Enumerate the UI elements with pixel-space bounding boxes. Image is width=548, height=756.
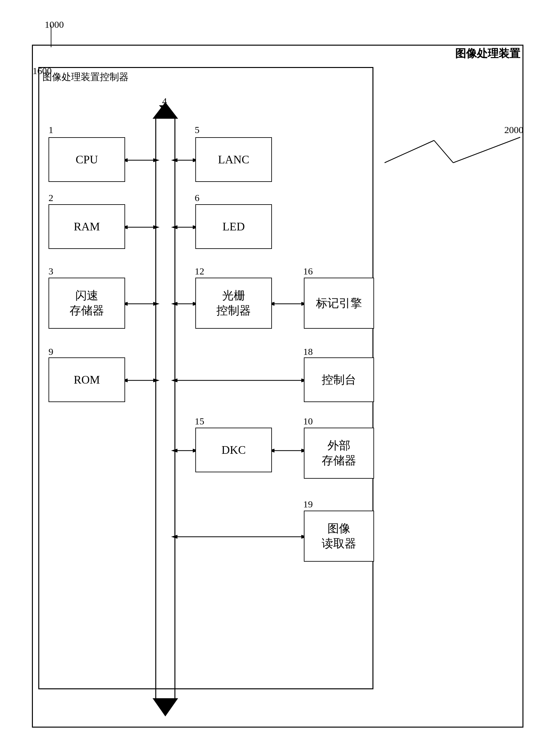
ref-5: 5 bbox=[195, 124, 199, 135]
lanc-label: LANC bbox=[218, 152, 249, 167]
ref-16: 16 bbox=[303, 266, 313, 277]
diagram-container: 1000 图像处理装置 1600 图像处理装置控制器 2000 bbox=[13, 19, 530, 740]
lanc-box: LANC bbox=[195, 137, 272, 182]
ref-1000: 1000 bbox=[45, 19, 64, 30]
ref-2000: 2000 bbox=[504, 124, 523, 135]
ref-1: 1 bbox=[49, 124, 53, 135]
ref-10: 10 bbox=[303, 416, 313, 427]
ref-19: 19 bbox=[303, 499, 313, 510]
label-inner: 图像处理装置控制器 bbox=[42, 71, 129, 84]
ext-storage-box: 外部 存储器 bbox=[304, 428, 374, 479]
cpu-label: CPU bbox=[76, 152, 98, 167]
ram-box: RAM bbox=[49, 204, 125, 249]
flash-label: 闪速 存储器 bbox=[70, 288, 104, 318]
ref-3: 3 bbox=[49, 266, 53, 277]
console-label: 控制台 bbox=[322, 372, 356, 387]
ref-4: 4 bbox=[162, 96, 167, 107]
ref-12: 12 bbox=[195, 266, 204, 277]
img-reader-label: 图像 读取器 bbox=[322, 521, 356, 551]
led-label: LED bbox=[222, 219, 245, 234]
ref-9: 9 bbox=[49, 346, 53, 357]
img-reader-box: 图像 读取器 bbox=[304, 511, 374, 562]
raster-ctrl-box: 光栅 控制器 bbox=[195, 278, 272, 329]
ram-label: RAM bbox=[74, 219, 100, 234]
rom-label: ROM bbox=[74, 372, 100, 387]
ref-18: 18 bbox=[303, 346, 313, 357]
cpu-box: CPU bbox=[49, 137, 125, 182]
ref-6: 6 bbox=[195, 192, 199, 203]
ref-15: 15 bbox=[195, 416, 204, 427]
led-box: LED bbox=[195, 204, 272, 249]
mark-engine-box: 标记引擎 bbox=[304, 278, 374, 329]
raster-ctrl-label: 光栅 控制器 bbox=[216, 288, 251, 318]
dkc-box: DKC bbox=[195, 428, 272, 472]
ext-storage-label: 外部 存储器 bbox=[322, 438, 356, 468]
flash-box: 闪速 存储器 bbox=[49, 278, 125, 329]
mark-engine-label: 标记引擎 bbox=[316, 296, 362, 311]
console-box: 控制台 bbox=[304, 357, 374, 402]
rom-box: ROM bbox=[49, 357, 125, 402]
dkc-label: DKC bbox=[221, 443, 246, 458]
ref-2: 2 bbox=[49, 192, 53, 203]
